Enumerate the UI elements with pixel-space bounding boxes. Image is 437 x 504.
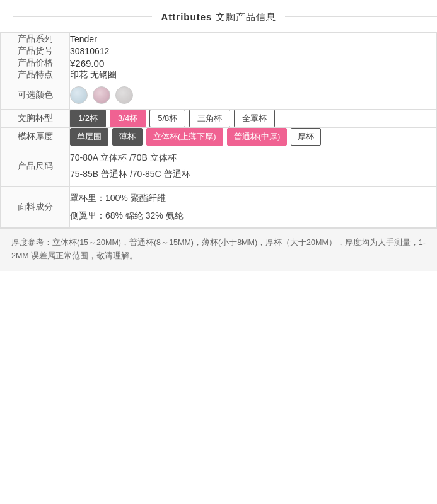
cup-type-container: 1/2杯 3/4杯 5/8杯 三角杯 全罩杯 bbox=[70, 110, 436, 127]
table-row-cup: 文胸杯型 1/2杯 3/4杯 5/8杯 三角杯 全罩杯 bbox=[1, 110, 437, 128]
thick-tag-thin[interactable]: 薄杯 bbox=[112, 128, 143, 146]
color-circles-container bbox=[70, 81, 436, 109]
label-sku: 产品货号 bbox=[1, 45, 70, 57]
size-line-1: 70-80A 立体杯 /70B 立体杯 bbox=[70, 150, 436, 166]
label-series: 产品系列 bbox=[1, 33, 70, 45]
value-sku: 30810612 bbox=[70, 45, 437, 57]
attributes-table: 产品系列 Tender 产品货号 30810612 产品价格 ¥269.00 产… bbox=[0, 33, 437, 228]
table-row: 产品特点 印花 无钢圈 bbox=[1, 69, 437, 81]
label-price: 产品价格 bbox=[1, 57, 70, 69]
cup-tag-half[interactable]: 1/2杯 bbox=[70, 110, 106, 127]
material-line-1: 罩杯里：100% 聚酯纤维 bbox=[70, 190, 436, 207]
value-colors bbox=[70, 81, 437, 110]
label-colors: 可选颜色 bbox=[1, 81, 70, 110]
thick-tag-normal[interactable]: 普通杯(中厚) bbox=[227, 128, 288, 146]
title-cn: 文胸产品信息 bbox=[216, 11, 276, 22]
color-swatch-3[interactable] bbox=[115, 86, 133, 104]
value-feature: 印花 无钢圈 bbox=[70, 69, 437, 81]
cup-tag-full[interactable]: 全罩杯 bbox=[234, 110, 275, 127]
size-block: 70-80A 立体杯 /70B 立体杯 75-85B 普通杯 /70-85C 普… bbox=[70, 146, 436, 186]
thick-tag-3d[interactable]: 立体杯(上薄下厚) bbox=[146, 128, 223, 146]
cup-tag-fiveeight[interactable]: 5/8杯 bbox=[149, 110, 185, 127]
value-material: 罩杯里：100% 聚酯纤维 侧翼里：68% 锦纶 32% 氨纶 bbox=[70, 187, 437, 228]
label-feature: 产品特点 bbox=[1, 69, 70, 81]
table-row: 产品价格 ¥269.00 bbox=[1, 57, 437, 69]
thick-tag-thick[interactable]: 厚杯 bbox=[291, 128, 321, 146]
value-size: 70-80A 立体杯 /70B 立体杯 75-85B 普通杯 /70-85C 普… bbox=[70, 146, 437, 187]
color-swatch-2[interactable] bbox=[93, 86, 110, 104]
value-cup: 1/2杯 3/4杯 5/8杯 三角杯 全罩杯 bbox=[70, 110, 437, 128]
color-swatch-1[interactable] bbox=[70, 86, 88, 104]
footer-note: 厚度参考：立体杯(15～20MM)，普通杯(8～15MM)，薄杯(小于8MM)，… bbox=[0, 228, 437, 271]
size-line-2: 75-85B 普通杯 /70-85C 普通杯 bbox=[70, 166, 436, 183]
thick-tag-single[interactable]: 单层围 bbox=[70, 128, 108, 146]
table-row-material: 面料成分 罩杯里：100% 聚酯纤维 侧翼里：68% 锦纶 32% 氨纶 bbox=[1, 187, 437, 228]
label-cup: 文胸杯型 bbox=[1, 110, 70, 128]
table-row-size: 产品尺码 70-80A 立体杯 /70B 立体杯 75-85B 普通杯 /70-… bbox=[1, 146, 437, 187]
value-thickness: 单层围 薄杯 立体杯(上薄下厚) 普通杯(中厚) 厚杯 bbox=[70, 128, 437, 146]
material-block: 罩杯里：100% 聚酯纤维 侧翼里：68% 锦纶 32% 氨纶 bbox=[70, 187, 436, 227]
label-thickness: 模杯厚度 bbox=[1, 128, 70, 146]
value-series: Tender bbox=[70, 33, 437, 45]
page-wrapper: Attributes 文胸产品信息 产品系列 Tender 产品货号 30810… bbox=[0, 0, 437, 271]
table-row: 产品系列 Tender bbox=[1, 33, 437, 45]
label-material: 面料成分 bbox=[1, 187, 70, 228]
table-row-thickness: 模杯厚度 单层围 薄杯 立体杯(上薄下厚) 普通杯(中厚) 厚杯 bbox=[1, 128, 437, 146]
label-size: 产品尺码 bbox=[1, 146, 70, 187]
header-section: Attributes 文胸产品信息 bbox=[0, 0, 437, 33]
cup-tag-triangle[interactable]: 三角杯 bbox=[189, 110, 230, 127]
title-en: Attributes bbox=[161, 11, 212, 22]
table-row-colors: 可选颜色 bbox=[1, 81, 437, 110]
table-row: 产品货号 30810612 bbox=[1, 45, 437, 57]
cup-tag-threequarter[interactable]: 3/4杯 bbox=[110, 110, 146, 127]
section-title: Attributes 文胸产品信息 bbox=[152, 11, 284, 23]
value-price: ¥269.00 bbox=[70, 57, 437, 69]
thickness-container: 单层围 薄杯 立体杯(上薄下厚) 普通杯(中厚) 厚杯 bbox=[70, 128, 436, 146]
material-line-2: 侧翼里：68% 锦纶 32% 氨纶 bbox=[70, 207, 436, 225]
